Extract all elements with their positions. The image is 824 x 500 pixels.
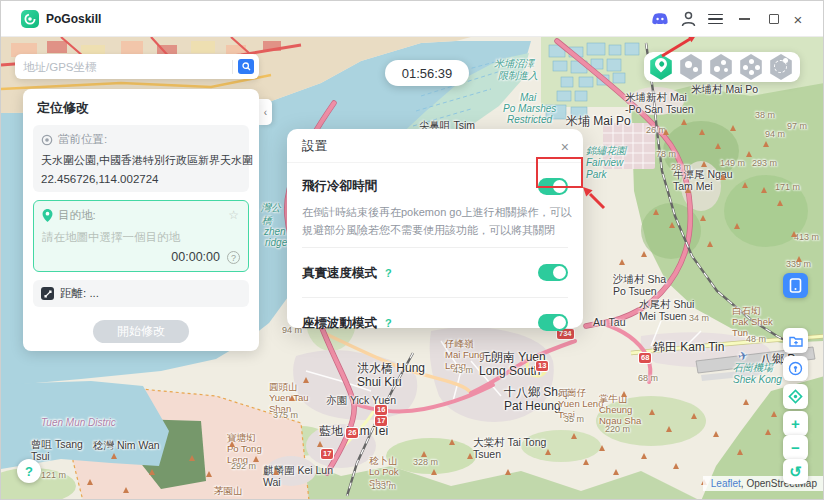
spot-icon xyxy=(685,61,692,68)
close-icon: × xyxy=(794,12,803,27)
help-icon[interactable]: ? xyxy=(385,267,392,279)
spot-icon xyxy=(724,68,728,72)
coord-jitter-toggle[interactable] xyxy=(538,314,568,331)
maximize-icon xyxy=(769,14,779,24)
cooldown-description: 在倒計時結束後再在pokemon go上進行相關操作，可以 規避部分風險若您不需… xyxy=(302,203,568,239)
phone-icon xyxy=(789,278,802,293)
zoom-in-button[interactable]: + xyxy=(783,411,808,436)
joystick-mode-button[interactable] xyxy=(739,54,763,80)
help-button[interactable]: ? xyxy=(17,459,41,483)
spot-icon xyxy=(721,60,726,65)
two-spot-mode-button[interactable] xyxy=(679,54,703,80)
cooldown-setting-label: 飛行冷卻時間 xyxy=(302,178,377,195)
plus-icon: + xyxy=(791,416,800,431)
close-button[interactable]: × xyxy=(785,1,811,37)
multi-spot-mode-button[interactable] xyxy=(709,54,733,80)
joystick-dot-icon xyxy=(749,70,754,75)
current-position-box: 當前位置: 天水圍公園,中國香港特別行政區新界天水圍 22.456726,114… xyxy=(33,125,249,192)
destination-label: 目的地: xyxy=(58,208,96,223)
undo-icon: ↺ xyxy=(789,464,802,479)
distance-box: 距離: ... xyxy=(33,280,249,307)
start-teleport-button[interactable]: 開始修改 xyxy=(93,320,189,343)
gpx-route-mode-button[interactable] xyxy=(769,54,793,80)
destination-cooldown-time: 00:00:00 xyxy=(171,250,220,264)
dialog-title: 設置 xyxy=(302,138,327,155)
current-position-icon xyxy=(41,134,53,146)
app-window: ✈ 尖鼻咀 Tsim米埔沼澤限制進入MaiPo MarshesRestricte… xyxy=(0,0,824,500)
toggle-knob xyxy=(553,316,566,329)
help-icon[interactable]: ? xyxy=(385,317,392,329)
joystick-dot-icon xyxy=(755,65,760,70)
divider xyxy=(232,60,233,74)
current-coords: 22.456726,114.002724 xyxy=(41,173,241,185)
destination-box[interactable]: 目的地: ☆ 請在地圖中選擇一個目的地 00:00:00 ? xyxy=(33,200,249,272)
search-button[interactable] xyxy=(238,59,254,74)
toggle-knob xyxy=(553,266,566,279)
joystick-dot-icon xyxy=(749,59,754,64)
destination-pin-icon xyxy=(42,209,53,222)
menu-icon xyxy=(708,14,723,25)
minus-icon: − xyxy=(791,440,800,455)
pin-circle-icon xyxy=(788,361,803,376)
destination-placeholder: 請在地圖中選擇一個目的地 xyxy=(42,230,240,245)
divider xyxy=(302,297,568,298)
teleport-panel: 定位修改 當前位置: 天水圍公園,中國香港特別行政區新界天水圍 22.45672… xyxy=(23,89,259,351)
zoom-out-button[interactable]: − xyxy=(783,435,808,460)
leaflet-link[interactable]: Leaflet xyxy=(711,478,741,489)
close-icon[interactable]: × xyxy=(561,140,569,154)
toggle-knob xyxy=(553,180,566,193)
cooldown-timer-pill: 01:56:39 xyxy=(385,60,469,86)
maximize-button[interactable] xyxy=(761,1,787,37)
folder-plus-icon xyxy=(789,335,803,347)
favorite-star-icon[interactable]: ☆ xyxy=(228,208,239,222)
spot-icon xyxy=(693,67,698,72)
app-logo-icon xyxy=(21,10,39,28)
import-gpx-button[interactable] xyxy=(783,328,808,353)
divider xyxy=(302,247,568,248)
distance-icon xyxy=(41,287,54,300)
titlebar: PoGoskill × xyxy=(1,1,823,37)
cooldown-toggle[interactable] xyxy=(538,178,568,195)
crosshair-icon xyxy=(788,389,803,404)
account-icon xyxy=(681,11,696,27)
teleport-mode-button[interactable] xyxy=(649,54,673,80)
spot-icon xyxy=(714,66,720,72)
device-button[interactable] xyxy=(783,273,808,298)
settings-dialog: 設置 × 飛行冷卻時間 在倒計時結束後再在pokemon go上進行相關操作，可… xyxy=(287,129,583,328)
route-dot-icon xyxy=(783,58,788,63)
real-speed-toggle[interactable] xyxy=(538,264,568,281)
coord-jitter-setting-label: 座標波動模式 xyxy=(302,316,377,330)
current-address: 天水圍公園,中國香港特別行政區新界天水圍 xyxy=(41,153,241,168)
current-position-label: 當前位置: xyxy=(58,132,107,147)
discord-button[interactable] xyxy=(647,1,673,37)
locate-me-button[interactable] xyxy=(783,384,808,409)
mode-toolbar xyxy=(644,52,800,82)
search-icon xyxy=(242,62,251,71)
search-input[interactable] xyxy=(15,61,232,73)
real-speed-setting-label: 真實速度模式 xyxy=(302,266,377,280)
account-button[interactable] xyxy=(675,1,701,37)
map-pin-icon xyxy=(653,56,670,73)
cooldown-help-icon[interactable]: ? xyxy=(227,251,240,264)
distance-label: 距離: ... xyxy=(60,286,99,301)
minimize-icon xyxy=(739,18,750,20)
discord-icon xyxy=(652,13,668,25)
panel-collapse-tab[interactable]: ‹ xyxy=(259,99,272,125)
app-title: PoGoskill xyxy=(46,12,101,26)
minimize-button[interactable] xyxy=(731,1,757,37)
search-bar xyxy=(15,54,259,79)
menu-button[interactable] xyxy=(702,1,728,37)
undo-button[interactable]: ↺ xyxy=(783,459,808,484)
panel-title: 定位修改 xyxy=(37,99,249,117)
collected-spots-button[interactable] xyxy=(783,356,808,381)
joystick-dot-icon xyxy=(743,65,748,70)
